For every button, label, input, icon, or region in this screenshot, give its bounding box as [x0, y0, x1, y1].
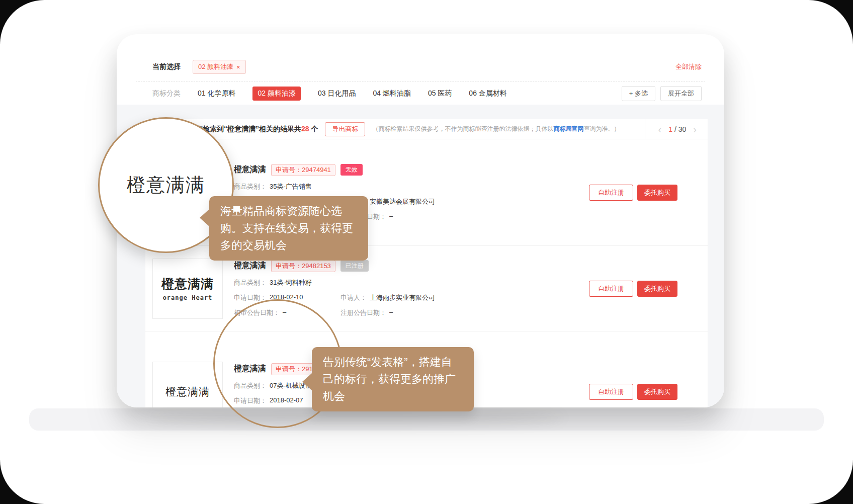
current-page: 1 — [668, 125, 672, 133]
status-badge: 无效 — [340, 164, 363, 176]
reg-notice-value: – — [389, 212, 393, 221]
category-tools: + 多选 展开全部 — [622, 86, 702, 101]
magnified-trademark-text: 橙意满满 — [127, 173, 205, 198]
category-field-value: 31类-饲料种籽 — [270, 278, 312, 287]
reg-notice-label: 注册公告日期： — [340, 308, 386, 317]
category-row: 商标分类 01 化学原料 02 颜料油漆 03 日化用品 04 燃料油脂 05 … — [152, 86, 702, 101]
trademark-name: 橙意满满 — [234, 261, 266, 271]
disclaimer-prefix: （商标检索结果仅供参考，不作为商标能否注册的法律依据；具体以 — [372, 125, 553, 132]
clear-all-button[interactable]: 全部清除 — [675, 62, 702, 71]
results-count-suffix: 个 — [309, 125, 318, 133]
category-field-label: 商品类别： — [234, 278, 267, 287]
category-item-03[interactable]: 03 日化用品 — [318, 89, 356, 98]
official-site-link[interactable]: 商标局官网 — [553, 125, 583, 132]
remove-filter-icon[interactable]: × — [236, 63, 240, 71]
applicant-label: 申请人： — [340, 293, 367, 302]
self-register-button[interactable]: 自助注册 — [589, 185, 633, 201]
disclaimer: （商标检索结果仅供参考，不作为商标能否注册的法律依据；具体以商标局官网查询为准。… — [372, 125, 620, 133]
selected-filter-tag[interactable]: 02 颜料油漆 × — [193, 60, 246, 74]
application-number-tag: 申请号：29474941 — [271, 164, 335, 176]
page-indicator: 1 / 30 — [668, 125, 686, 133]
category-field-value: 35类-广告销售 — [270, 182, 312, 191]
category-caption: 商标分类 — [152, 89, 181, 98]
application-number-value: 29482153 — [302, 262, 331, 270]
row-actions: 自助注册 委托购买 — [589, 384, 677, 400]
entrust-purchase-button[interactable]: 委托购买 — [637, 281, 677, 297]
category-item-06[interactable]: 06 金属材料 — [469, 89, 506, 98]
results-header: 当前分类下为您检索到“橙意满满”相关的结果共28 个 导出商标 （商标检索结果仅… — [145, 119, 708, 139]
thumbnail-text: 橙意满满 — [165, 385, 210, 399]
multi-select-button[interactable]: + 多选 — [622, 86, 655, 101]
category-field-label: 商品类别： — [234, 182, 267, 191]
reg-notice-value: – — [389, 308, 393, 317]
total-pages: 30 — [678, 125, 687, 133]
page-slash: / — [672, 125, 678, 133]
category-item-05[interactable]: 05 医药 — [428, 89, 452, 98]
thumbnail-subtext: orange Heart — [163, 294, 213, 301]
row-actions: 自助注册 委托购买 — [589, 281, 677, 297]
prev-page-icon[interactable]: ‹ — [658, 124, 662, 134]
entrust-purchase-button[interactable]: 委托购买 — [637, 384, 677, 400]
status-badge: 已注册 — [340, 260, 369, 272]
applicant-value: 安徽美达会展有限公司 — [370, 197, 435, 206]
selected-filter-tag-label: 02 颜料油漆 — [198, 62, 233, 71]
window-shadow — [151, 410, 563, 426]
application-number-label: 申请号： — [276, 262, 302, 270]
stage: 当前选择 02 颜料油漆 × 全部清除 商标分类 01 化学原料 02 颜料油漆… — [0, 0, 853, 504]
application-number-label: 申请号： — [276, 166, 302, 174]
category-item-02-active[interactable]: 02 颜料油漆 — [252, 87, 300, 101]
application-number-tag: 申请号：29482153 — [271, 260, 335, 272]
current-selection-label: 当前选择 — [152, 62, 181, 71]
current-selection-row: 当前选择 02 颜料油漆 × 全部清除 — [152, 59, 702, 74]
category-item-01[interactable]: 01 化学原料 — [198, 89, 235, 98]
pagination: ‹ 1 / 30 › — [645, 119, 708, 139]
results-count: 28 — [301, 125, 309, 133]
promo-tooltip-1: 海量精品商标资源随心选购。支持在线交易，获得更多的交易机会 — [209, 196, 368, 261]
trademark-name: 橙意满满 — [234, 164, 266, 175]
tooltip-arrow-icon — [200, 209, 209, 226]
promo-tooltip-2: 告别传统“发表格”，搭建自己的标行，获得更多的推广机会 — [312, 347, 474, 411]
trademark-thumbnail[interactable]: 橙意满满 — [152, 362, 223, 408]
promo-tooltip-2-text: 告别传统“发表格”，搭建自己的标行，获得更多的推广机会 — [323, 356, 456, 402]
category-item-04[interactable]: 04 燃料油脂 — [373, 89, 410, 98]
page-canvas: 当前选择 02 颜料油漆 × 全部清除 商标分类 01 化学原料 02 颜料油漆… — [0, 0, 853, 504]
self-register-button[interactable]: 自助注册 — [589, 384, 633, 400]
trademark-thumbnail[interactable]: 橙意满满 orange Heart — [152, 259, 223, 319]
promo-tooltip-1-text: 海量精品商标资源随心选购。支持在线交易，获得更多的交易机会 — [220, 205, 353, 251]
row-actions: 自助注册 委托购买 — [589, 185, 677, 201]
entrust-purchase-button[interactable]: 委托购买 — [637, 185, 677, 201]
export-trademark-button[interactable]: 导出商标 — [325, 122, 365, 136]
application-number-value: 29474941 — [302, 166, 331, 174]
disclaimer-suffix: 查询为准。） — [583, 125, 620, 132]
expand-all-button[interactable]: 展开全部 — [660, 86, 702, 101]
thumbnail-text: 橙意满满 — [161, 276, 214, 292]
next-page-icon[interactable]: › — [693, 124, 697, 134]
self-register-button[interactable]: 自助注册 — [589, 281, 633, 297]
dashed-divider — [136, 81, 705, 82]
tooltip-arrow-icon — [302, 373, 312, 390]
applicant-value: 上海雨步实业有限公司 — [370, 293, 435, 302]
